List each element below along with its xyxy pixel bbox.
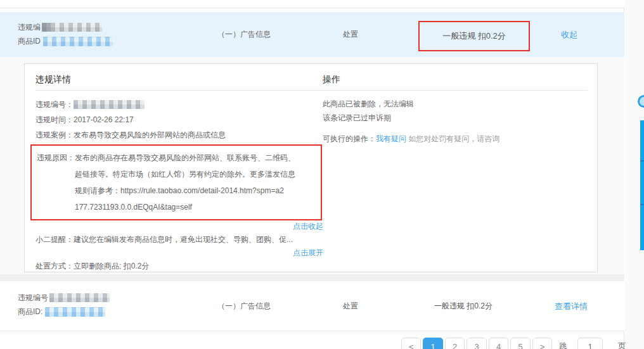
violation-category: （一）广告信息 (217, 12, 271, 57)
expand-reminder-link[interactable]: 点击展开 (293, 248, 323, 257)
sidebar-separator (640, 204, 644, 205)
detail-section: 违规详情 违规编号： 违规时间：2017-02-26 22:17 违规案例：发布… (0, 57, 624, 274)
violation-records-page: 违规编 商品ID （一）广告信息 处置 一般违规 扣0.2分 收起 (0, 0, 644, 349)
staff-reminder-label: 小二提醒： (35, 235, 74, 244)
collapse-row-link[interactable]: 收起 (561, 29, 577, 41)
product-id-label: 商品ID: (18, 305, 42, 319)
violation-case-label: 违规案例： (35, 130, 74, 139)
chevron-right-icon[interactable]: > (532, 338, 552, 349)
page-button-4[interactable]: 4 (489, 338, 508, 349)
collapse-reason-link[interactable]: 点击收起 (293, 222, 323, 231)
page-suffix-label: 页 (618, 338, 626, 349)
detail-card: 违规详情 违规编号： 违规时间：2017-02-26 22:17 违规案例：发布… (24, 63, 598, 272)
violation-case-value: 发布易导致交易风险的外部网站的商品或信息 (74, 130, 226, 139)
penalty-text: 一般违规 扣0.2分 (442, 30, 506, 42)
operation-status-line1: 此商品已被删除，无法编辑 (323, 97, 588, 111)
violation-detail-title: 违规详情 (35, 73, 324, 86)
title-underline (35, 90, 324, 91)
page-button-1[interactable]: 1 (423, 338, 442, 349)
violation-id-redacted (49, 293, 110, 302)
record-id-block: 违规编号 商品ID: (18, 291, 110, 319)
disposal-method-value: 立即删除商品; 扣0.2分 (74, 262, 149, 270)
reason-highlight-box: 违规原因： 发布的商品存在易导致交易风险的外部网站、联系账号、二维码、 超链接等… (30, 144, 322, 220)
operation-column: 操作 此商品已被删除，无法编辑 该条记录已过申诉期 可执行的操作：我有疑问 如您… (323, 64, 588, 146)
chevron-left-icon[interactable]: < (401, 338, 421, 349)
floating-sidebar-bar[interactable] (640, 120, 644, 250)
penalty-highlight-box: 一般违规 扣0.2分 (418, 21, 530, 51)
reason-line: 发布的商品存在易导致交易风险的外部网站、联系账号、二维码、 (75, 149, 295, 166)
violation-no-label: 违规编号： (35, 97, 74, 112)
page-jump-input[interactable] (577, 338, 603, 349)
view-detail-link[interactable]: 查看详情 (555, 301, 588, 312)
page-button-5[interactable]: 5 (510, 338, 530, 349)
content-panel: 违规编 商品ID （一）广告信息 处置 一般违规 扣0.2分 收起 (0, 0, 624, 349)
section-gap (0, 274, 624, 281)
violation-time-label: 违规时间： (35, 115, 74, 124)
page-button-3[interactable]: 3 (467, 338, 486, 349)
violation-id-redacted (42, 23, 102, 32)
operation-status-line2: 该条记录已过申诉期 (323, 111, 588, 125)
penalty-text: 一般违规 扣0.2分 (434, 281, 493, 331)
jump-to-label: 跳至 (559, 338, 574, 349)
violation-detail-column: 违规详情 违规编号： 违规时间：2017-02-26 22:17 违规案例：发布… (35, 64, 324, 289)
violation-id-label: 违规编 (18, 20, 41, 34)
page-button-2[interactable]: 2 (445, 338, 465, 349)
pagination: < 1 2 3 4 5 > 跳至 页 (401, 338, 626, 349)
title-underline (323, 90, 588, 91)
product-id-redacted (45, 307, 105, 317)
violation-no-redacted (74, 100, 145, 109)
record-row-expanded: 违规编 商品ID （一）广告信息 处置 一般违规 扣0.2分 收起 (0, 12, 624, 57)
violation-reason-text: 发布的商品存在易导致交易风险的外部网站、联系账号、二维码、 超链接等。特定市场（… (75, 149, 295, 215)
violation-category: （一）广告信息 (217, 281, 271, 331)
top-divider (0, 0, 624, 8)
sidebar-separator (640, 160, 644, 162)
action-column-value: 处置 (343, 12, 358, 57)
violation-time-value: 2017-02-26 22:17 (74, 115, 134, 124)
product-id-redacted (43, 37, 113, 46)
violation-id-label: 违规编号 (18, 291, 48, 305)
question-link[interactable]: 我有疑问 (376, 134, 406, 143)
violation-reason-label: 违规原因： (37, 149, 75, 215)
record-id-block: 违规编 商品ID (18, 20, 113, 48)
record-row-collapsed: 违规编号 商品ID: （一）广告信息 处置 一般违规 扣0.2分 查看详情 (0, 281, 624, 331)
reason-line: 规则请参考：https://rule.taobao.com/detail-201… (75, 182, 295, 199)
question-hint: 如您对处罚有疑问，请咨询 (408, 134, 499, 143)
staff-reminder-value: 建议您在编辑发布商品信息时，避免出现社交、导购、团购、促... (74, 235, 293, 244)
reason-line: 超链接等。特定市场（如红人馆）另有约定的除外。更多滥发信息 (75, 166, 295, 182)
action-column-value: 处置 (343, 281, 358, 331)
disposal-method-label: 处置方式： (35, 262, 74, 270)
operation-title: 操作 (323, 73, 588, 86)
reason-line: 177.7231193.0.0.dEQqAI&tag=self (75, 199, 295, 215)
product-id-label: 商品ID (18, 34, 41, 48)
executable-actions-label: 可执行的操作： (323, 134, 376, 143)
